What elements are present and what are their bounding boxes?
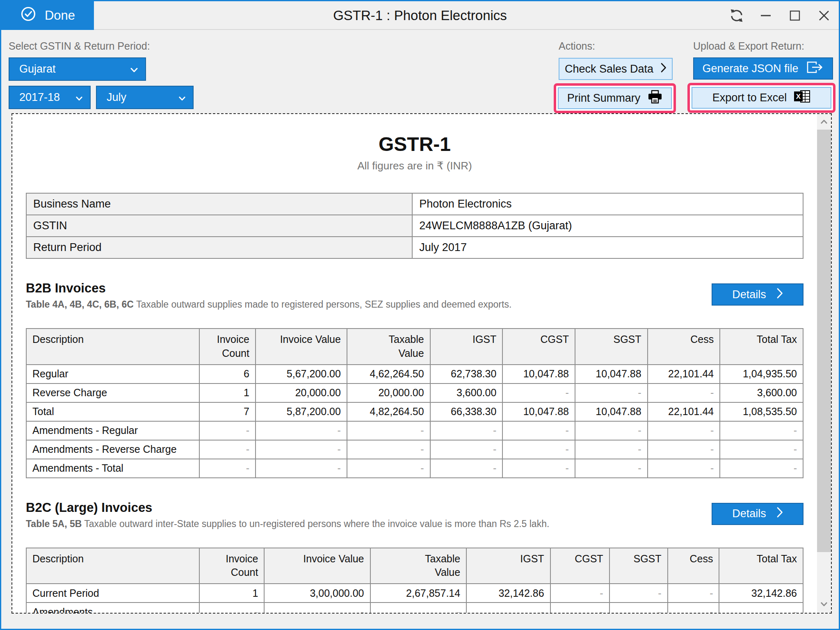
- row-description: Reverse Charge: [26, 383, 199, 402]
- report-title: GSTR-1: [26, 133, 803, 155]
- cell-value: -: [502, 440, 575, 459]
- print-summary-button[interactable]: Print Summary: [558, 87, 672, 109]
- month-dropdown[interactable]: July: [96, 86, 194, 109]
- chevron-right-icon: [661, 63, 667, 75]
- chevron-right-icon: [777, 507, 783, 520]
- row-description: Current Period: [26, 584, 199, 603]
- column-header: IGST: [466, 548, 550, 584]
- cell-value: 10,047.88: [502, 402, 575, 421]
- vertical-scrollbar[interactable]: [817, 114, 831, 613]
- column-header: IGST: [430, 329, 503, 365]
- cell-value: -: [256, 459, 347, 478]
- minimize-icon[interactable]: [758, 7, 774, 24]
- column-header: Invoice Value: [256, 329, 347, 365]
- cell-value: 2,67,857.14: [370, 584, 467, 603]
- print-summary-label: Print Summary: [567, 92, 641, 105]
- cell-value: -: [575, 421, 648, 440]
- row-description: Amendments - Regular: [26, 421, 199, 440]
- generate-json-button[interactable]: Generate JSON file: [693, 57, 833, 80]
- year-dropdown[interactable]: 2017-18: [9, 86, 91, 109]
- generate-json-label: Generate JSON file: [702, 62, 798, 75]
- column-header: SGST: [609, 548, 668, 584]
- done-label: Done: [45, 8, 75, 23]
- cell-value: -: [720, 440, 803, 459]
- cell-value: 3,600.00: [430, 383, 503, 402]
- cell-value: -: [575, 440, 648, 459]
- info-label: Business Name: [26, 193, 412, 215]
- cell-value: -: [256, 440, 347, 459]
- cell-value: 1,08,535.50: [720, 402, 803, 421]
- chevron-down-icon: [179, 91, 185, 104]
- gstin-dropdown[interactable]: Gujarat: [9, 57, 146, 81]
- b2b-heading: B2B Invoices: [26, 281, 511, 296]
- cell-value: -: [550, 584, 609, 603]
- chevron-down-icon: [76, 91, 82, 104]
- cell-value: -: [550, 603, 609, 614]
- cell-value: 3,00,000.00: [264, 584, 370, 603]
- cell-value: 20,000.00: [256, 383, 347, 402]
- year-dropdown-value: 2017-18: [19, 91, 60, 104]
- table-row: Amendments - Reverse Charge--------: [26, 440, 803, 459]
- b2b-invoices-table: DescriptionInvoice CountInvoice ValueTax…: [26, 328, 803, 478]
- maximize-icon[interactable]: [787, 7, 803, 24]
- done-button[interactable]: Done: [1, 1, 94, 30]
- cell-value: -: [347, 421, 430, 440]
- cell-value: 66,338.30: [430, 402, 503, 421]
- scrollbar-thumb[interactable]: [817, 130, 831, 552]
- cell-value: -: [199, 440, 256, 459]
- column-header: CGST: [550, 548, 609, 584]
- scroll-up-icon[interactable]: [817, 116, 831, 128]
- row-description: Amendments - Total: [26, 459, 199, 478]
- b2b-description: Table 4A, 4B, 4C, 6B, 6C Taxable outward…: [26, 299, 511, 310]
- month-dropdown-value: July: [107, 91, 126, 104]
- cell-value: 22,101.44: [648, 402, 720, 421]
- column-header: Description: [26, 548, 199, 584]
- check-circle-icon: [20, 6, 37, 25]
- cell-value: 4,82,264.50: [347, 402, 430, 421]
- cell-value: 1: [199, 383, 256, 402]
- cell-value: -: [199, 459, 256, 478]
- cell-value: 22,101.44: [648, 365, 720, 383]
- report-subtitle: All figures are in ₹ (INR): [26, 160, 803, 172]
- titlebar: GSTR-1 : Photon Electronics Done: [1, 1, 839, 30]
- scroll-down-icon[interactable]: [817, 598, 831, 610]
- cell-value: -: [502, 421, 575, 440]
- header-row: DescriptionInvoice CountInvoice ValueTax…: [26, 329, 803, 365]
- cell-value: 1: [199, 584, 264, 603]
- cell-value: 5,87,200.00: [256, 402, 347, 421]
- check-sales-data-label: Check Sales Data: [565, 63, 653, 75]
- info-row: Return PeriodJuly 2017: [26, 237, 803, 258]
- row-description: Amendments: [26, 603, 199, 614]
- excel-icon: X: [794, 89, 810, 106]
- actions-label: Actions:: [559, 40, 676, 52]
- table-row: Reverse Charge120,000.0020,000.003,600.0…: [26, 383, 803, 402]
- export-file-icon: [806, 61, 824, 77]
- cell-value: 6: [199, 365, 256, 383]
- b2c-details-button[interactable]: Details: [712, 503, 803, 525]
- column-header: Cess: [648, 329, 720, 365]
- cell-value: -: [502, 459, 575, 478]
- b2c-description: Table 5A, 5B Taxable outward inter-State…: [26, 518, 549, 530]
- b2b-details-button[interactable]: Details: [712, 283, 803, 306]
- header-row: DescriptionInvoice CountInvoice ValueTax…: [26, 548, 803, 584]
- svg-text:X: X: [796, 93, 801, 100]
- info-row: Business NamePhoton Electronics: [26, 193, 803, 215]
- info-value: Photon Electronics: [412, 193, 803, 215]
- close-icon[interactable]: [816, 7, 832, 24]
- cell-value: -: [648, 459, 720, 478]
- check-sales-data-button[interactable]: Check Sales Data: [559, 58, 673, 80]
- cell-value: -: [668, 603, 719, 614]
- export-excel-button[interactable]: Export to Excel X: [692, 87, 831, 109]
- table-row: Total75,87,200.004,82,264.5066,338.3010,…: [26, 402, 803, 421]
- chevron-down-icon: [130, 63, 138, 75]
- refresh-icon[interactable]: [728, 7, 745, 24]
- cell-value: -: [648, 440, 720, 459]
- row-description: Total: [26, 402, 199, 421]
- b2b-section-header: B2B Invoices Table 4A, 4B, 4C, 6B, 6C Ta…: [26, 281, 803, 310]
- b2c-invoices-table: DescriptionInvoice CountInvoice ValueTax…: [26, 548, 803, 614]
- cell-value: 7: [199, 402, 256, 421]
- cell-value: -: [199, 603, 264, 614]
- cell-value: -: [719, 603, 803, 614]
- upload-export-section: Upload & Export Return: Generate JSON fi…: [687, 40, 835, 113]
- filters-label: Select GSTIN & Return Period:: [9, 40, 194, 52]
